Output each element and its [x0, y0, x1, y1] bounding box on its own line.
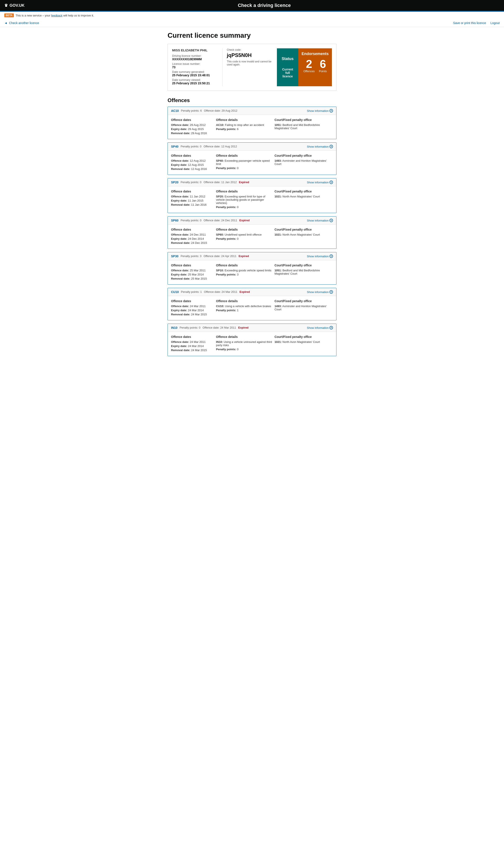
plus-circle-icon: +	[329, 290, 333, 294]
expiry-date: Expiry date: 24 Mar 2014	[171, 344, 216, 348]
offence-dates-col: Offence dates Offence date: 24 Mar 2011 …	[171, 335, 216, 352]
offence-court-col: Court/Fixed penalty office 1493: Axminst…	[274, 154, 333, 171]
show-information-link[interactable]: Show information +	[307, 255, 333, 258]
offence-description: IN10: Using a vehicle uninsured against …	[216, 340, 274, 347]
show-information-link[interactable]: Show information +	[307, 326, 333, 329]
offence-details-title: Offence details	[216, 299, 274, 303]
offence-header-left: AC10 Penalty points: 6 Offence date: 29 …	[171, 109, 237, 113]
offence-header: AC10 Penalty points: 6 Offence date: 29 …	[168, 107, 336, 115]
page-header-title: Check a driving licence	[29, 3, 500, 8]
main-content: Current licence summary MISS ELIZABETH P…	[163, 27, 341, 364]
offence-details-title: Offence details	[216, 118, 274, 122]
offence-penalty-summary: Penalty points: 1	[181, 290, 202, 294]
offence-header-left: SP40 Penalty points: 0 Offence date: 12 …	[171, 145, 237, 148]
status-value: Current full licence	[280, 68, 295, 78]
expiry-date: Expiry date: 12 Aug 2015	[171, 163, 216, 167]
offence-penalty-summary: Penalty points: 3	[181, 255, 201, 258]
show-information-link[interactable]: Show information +	[307, 290, 333, 294]
offence-court-title: Court/Fixed penalty office	[274, 118, 333, 122]
offence-details-title: Offence details	[216, 190, 274, 193]
show-information-label: Show information	[307, 255, 329, 258]
offence-card: SP20 Penalty points: 0 Offence date: 11 …	[167, 178, 337, 213]
offences-section-title: Offences	[167, 97, 337, 103]
nav-left: ◄ Check another licence	[4, 21, 39, 25]
offence-card: SP60 Penalty points: 0 Offence date: 24 …	[167, 216, 337, 249]
offence-court-title: Court/Fixed penalty office	[274, 154, 333, 157]
show-information-link[interactable]: Show information +	[307, 145, 333, 148]
offence-court-col: Court/Fixed penalty office 1051: Bedford…	[274, 118, 333, 136]
offence-date: Offence date: 24 Mar 2011	[171, 340, 216, 344]
viewed-date: 25 February 2015 15:50:21	[172, 82, 210, 85]
offence-code: AC10	[171, 109, 179, 113]
logout-link[interactable]: Logout	[490, 21, 500, 25]
offence-details-col: Offence details SP20: Exceeding speed li…	[216, 190, 274, 210]
points-count-block: 6 Points	[319, 58, 327, 73]
offences-label: Offences	[304, 70, 315, 73]
offence-date: Offence date: 12 Aug 2012	[171, 159, 216, 162]
removal-date: Removal date: 24 Mar 2015	[171, 348, 216, 352]
offence-court-name: 1051: Bedford and Mid Bedfordshire Magis…	[274, 123, 333, 130]
offences-count-block: 2 Offences	[304, 58, 315, 73]
show-information-link[interactable]: Show information +	[307, 180, 333, 184]
show-information-link[interactable]: Show information +	[307, 219, 333, 222]
offence-date-summary: Offence date: 24 Mar 2011	[203, 326, 236, 329]
offence-date-summary: Offence date: 29 Aug 2012	[204, 109, 237, 113]
expiry-date: Expiry date: 11 Jan 2015	[171, 199, 216, 202]
offence-header: SP30 Penalty points: 3 Offence date: 24 …	[168, 252, 336, 260]
status-box: Status Current full licence	[277, 48, 298, 86]
offence-dates-col: Offence dates Offence date: 12 Aug 2012 …	[171, 154, 216, 171]
generated-date-field: Date summary generated: 25 February 2015…	[172, 70, 218, 77]
expiry-date: Expiry date: 29 Aug 2015	[171, 127, 216, 131]
points-label: Points	[319, 70, 327, 73]
offence-details-title: Offence details	[216, 228, 274, 231]
offence-header: SP40 Penalty points: 0 Offence date: 12 …	[168, 143, 336, 151]
offence-date-summary: Offence date: 24 Apr 2011	[203, 255, 236, 258]
offence-card: IN10 Penalty points: 0 Offence date: 24 …	[167, 324, 337, 356]
offence-details-col: Offence details SP10: Exceeding goods ve…	[216, 263, 274, 281]
offence-date: Offence date: 25 Mar 2011	[171, 269, 216, 272]
plus-circle-icon: +	[329, 255, 333, 258]
offence-card: CU10 Penalty points: 1 Offence date: 24 …	[167, 288, 337, 320]
offence-card: SP40 Penalty points: 0 Offence date: 12 …	[167, 142, 337, 175]
beta-text: This is a new service – your feedback wi…	[16, 14, 94, 17]
offence-details-col: Offence details AC10: Failing to stop af…	[216, 118, 274, 136]
removal-date: Removal date: 24 Dec 2015	[171, 241, 216, 244]
offence-court-title: Court/Fixed penalty office	[274, 263, 333, 267]
show-information-label: Show information	[307, 181, 329, 184]
offence-court-col: Court/Fixed penalty office 1493: Axminst…	[274, 299, 333, 317]
offence-description: SP10: Exceeding goods vehicle speed limi…	[216, 269, 274, 272]
offence-description: CU10: Using a vehicle with defective bra…	[216, 305, 274, 308]
gov-uk-text: GOV.UK	[10, 3, 24, 8]
offence-court-name: 1493: Axminster and Honiton Magistrates'…	[274, 305, 333, 311]
beta-banner: BETA This is a new service – your feedba…	[0, 11, 504, 19]
offence-header-left: SP20 Penalty points: 0 Offence date: 11 …	[171, 180, 249, 184]
offence-penalty-points: Penalty points: 6	[216, 127, 274, 131]
offence-court-col: Court/Fixed penalty office 1021: North A…	[274, 190, 333, 210]
check-code-value: jqPS5N0H	[227, 52, 273, 58]
offence-code: SP40	[171, 145, 178, 148]
offence-penalty-points: Penalty points: 3	[216, 273, 274, 276]
plus-circle-icon: +	[329, 326, 333, 329]
offence-card: SP30 Penalty points: 3 Offence date: 24 …	[167, 252, 337, 285]
expired-badge: Expired	[238, 255, 249, 258]
licence-holder-info: MISS ELIZABETH PHIL Driving licence numb…	[172, 48, 218, 86]
offence-penalty-points: Penalty points: 0	[216, 205, 274, 209]
show-information-link[interactable]: Show information +	[307, 109, 333, 113]
show-information-label: Show information	[307, 326, 329, 329]
save-print-link[interactable]: Save or print this licence	[453, 21, 486, 25]
offence-date-summary: Offence date: 12 Aug 2012	[203, 145, 237, 148]
offence-court-title: Court/Fixed penalty office	[274, 299, 333, 303]
feedback-link[interactable]: feedback	[51, 14, 62, 17]
check-another-licence-link[interactable]: ◄ Check another licence	[4, 21, 39, 25]
offence-dates-col: Offence dates Offence date: 24 Dec 2011 …	[171, 228, 216, 245]
offence-body: Offence dates Offence date: 29 Aug 2012 …	[168, 115, 336, 139]
offence-dates-col: Offence dates Offence date: 24 Mar 2011 …	[171, 299, 216, 317]
driving-licence-number: XXXXXXX010E99MM	[172, 57, 202, 61]
issue-number-field: Licence issue number: 73	[172, 62, 218, 69]
offence-code: IN10	[171, 326, 178, 329]
offence-date-summary: Offence date: 24 Mar 2011	[204, 290, 237, 294]
offence-header-left: IN10 Penalty points: 0 Offence date: 24 …	[171, 326, 249, 329]
offence-dates-title: Offence dates	[171, 190, 216, 193]
offences-count: 2	[306, 58, 312, 70]
offence-penalty-summary: Penalty points: 0	[181, 145, 201, 148]
